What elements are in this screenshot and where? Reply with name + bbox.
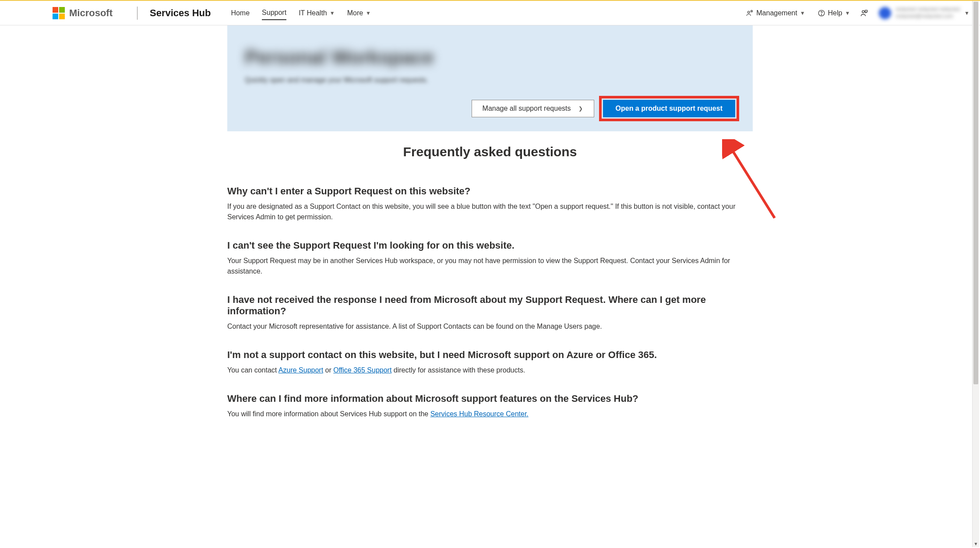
svg-point-3: [821, 14, 821, 15]
faq-answer-text: or: [323, 366, 333, 374]
microsoft-logo-icon: [53, 7, 65, 19]
azure-support-link[interactable]: Azure Support: [278, 366, 323, 374]
nav-divider: [137, 7, 137, 20]
top-nav: Microsoft Services Hub Home Support IT H…: [0, 1, 980, 25]
open-support-request-button[interactable]: Open a product support request: [603, 100, 735, 117]
avatar: [879, 7, 891, 19]
faq-question: Why can't I enter a Support Request on t…: [227, 186, 753, 197]
faq-answer-text: You can contact: [227, 366, 278, 374]
chevron-down-icon: ▼: [366, 10, 371, 16]
faq-question: I'm not a support contact on this websit…: [227, 349, 753, 361]
svg-point-1: [751, 11, 752, 12]
open-support-request-label: Open a product support request: [616, 105, 723, 112]
faq-answer: Contact your Microsoft representative fo…: [227, 321, 753, 332]
faq-item: I have not received the response I need …: [227, 294, 753, 332]
page-content: Personal Workspace Quickly open and mana…: [227, 25, 753, 419]
faq-item: Where can I find more information about …: [227, 393, 753, 419]
nav-ithealth[interactable]: IT Health ▼: [299, 7, 335, 20]
product-title[interactable]: Services Hub: [150, 7, 211, 19]
nav-ithealth-label: IT Health: [299, 9, 327, 17]
nav-more-label: More: [347, 9, 363, 17]
microsoft-logo[interactable]: Microsoft: [53, 7, 113, 19]
hero-actions: Manage all support requests ❯ Open a pro…: [245, 100, 735, 117]
gear-people-icon: [746, 9, 754, 17]
hero-subtitle: Quickly open and manage your Microsoft s…: [245, 76, 735, 84]
manage-requests-label: Manage all support requests: [483, 105, 571, 112]
nav-help[interactable]: Help ▼: [818, 7, 850, 20]
faq-item: I'm not a support contact on this websit…: [227, 349, 753, 376]
svg-point-0: [748, 11, 750, 13]
nav-feedback[interactable]: [860, 6, 868, 20]
faq-answer-text: directly for assistance with these produ…: [391, 366, 525, 374]
faq-question: Where can I find more information about …: [227, 393, 753, 404]
faq-answer: You will find more information about Ser…: [227, 409, 753, 419]
faq-item: Why can't I enter a Support Request on t…: [227, 186, 753, 222]
nav-management[interactable]: Management ▼: [746, 7, 805, 20]
nav-more[interactable]: More ▼: [347, 7, 371, 20]
faq-answer: You can contact Azure Support or Office …: [227, 365, 753, 376]
faq-item: I can't see the Support Request I'm look…: [227, 240, 753, 277]
resource-center-link[interactable]: Services Hub Resource Center.: [430, 410, 529, 418]
vertical-scrollbar[interactable]: ▼: [972, 1, 979, 437]
chevron-down-icon: ▼: [330, 10, 335, 16]
nav-management-label: Management: [756, 9, 797, 17]
nav-home[interactable]: Home: [231, 7, 250, 20]
svg-point-4: [862, 11, 864, 13]
scrollbar-thumb[interactable]: [973, 2, 978, 384]
chevron-down-icon: ▼: [964, 10, 969, 16]
chevron-right-icon: ❯: [578, 105, 583, 112]
user-name: redacted redacted redacted: [895, 6, 960, 13]
faq-heading: Frequently asked questions: [227, 144, 753, 159]
chevron-down-icon: ▼: [845, 10, 850, 16]
hero-banner: Personal Workspace Quickly open and mana…: [227, 25, 753, 131]
faq-answer-text: You will find more information about Ser…: [227, 410, 430, 418]
nav-support[interactable]: Support: [262, 6, 286, 20]
nav-help-label: Help: [828, 9, 843, 17]
faq-answer: Your Support Request may be in another S…: [227, 256, 753, 277]
office365-support-link[interactable]: Office 365 Support: [333, 366, 391, 374]
faq-answer: If you are designated as a Support Conta…: [227, 201, 753, 222]
user-menu[interactable]: redacted redacted redacted redacted@reda…: [879, 6, 969, 20]
help-circle-icon: [818, 9, 825, 17]
manage-requests-button[interactable]: Manage all support requests ❯: [472, 100, 594, 117]
user-info: redacted redacted redacted redacted@reda…: [895, 6, 960, 20]
faq-question: I have not received the response I need …: [227, 294, 753, 317]
hero-title: Personal Workspace: [245, 46, 735, 68]
microsoft-logo-text: Microsoft: [69, 7, 113, 19]
user-email: redacted@redacted.com: [895, 13, 960, 20]
chevron-down-icon: ▼: [800, 10, 805, 16]
faq-question: I can't see the Support Request I'm look…: [227, 240, 753, 251]
feedback-person-icon: [860, 9, 868, 18]
